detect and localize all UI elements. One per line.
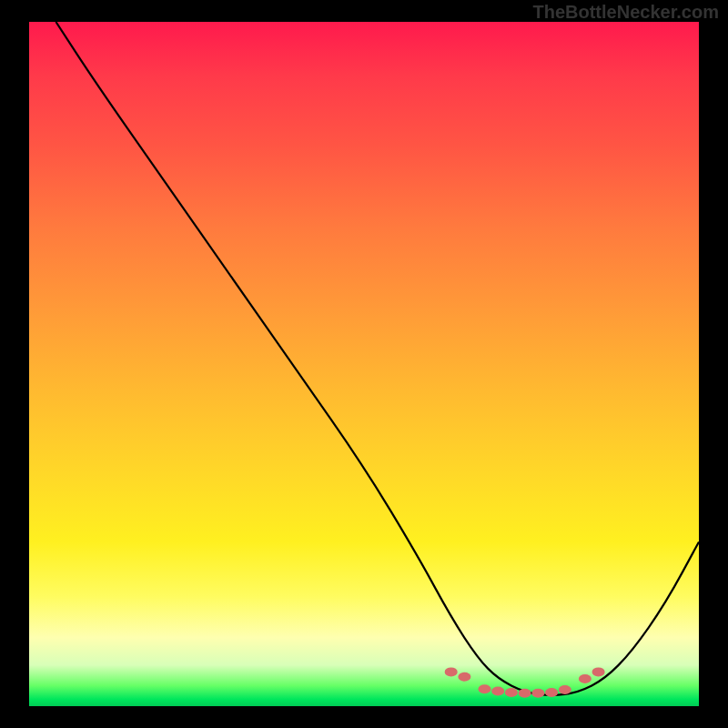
marker-dot [592, 667, 605, 676]
chart-svg [29, 22, 699, 706]
optimal-range-markers [445, 667, 605, 697]
bottleneck-curve-line [56, 22, 699, 695]
watermark-text: TheBottleNecker.com [532, 2, 719, 23]
marker-dot [519, 689, 531, 698]
marker-dot [531, 689, 544, 698]
marker-dot [579, 674, 592, 683]
marker-dot [505, 688, 518, 697]
marker-dot [559, 685, 571, 694]
marker-dot [478, 684, 490, 693]
marker-dot [458, 672, 470, 682]
marker-dot [545, 688, 558, 697]
marker-dot [445, 667, 458, 676]
marker-dot [491, 686, 504, 695]
chart-plot-area [29, 22, 699, 706]
